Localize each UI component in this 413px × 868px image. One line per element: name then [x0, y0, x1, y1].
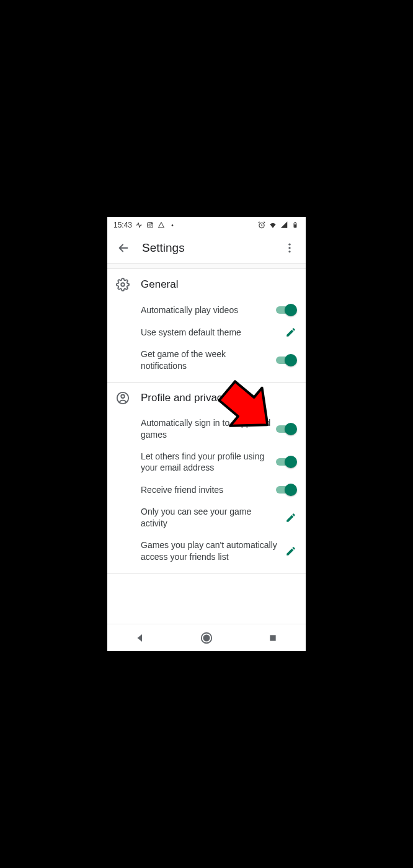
toggle-auto-signin[interactable] — [276, 423, 297, 435]
svg-rect-5 — [295, 223, 296, 223]
app-bar: Settings — [107, 233, 306, 263]
pencil-icon[interactable] — [285, 512, 297, 524]
toggle-find-email[interactable] — [276, 456, 297, 468]
svg-point-2 — [151, 223, 152, 224]
phone-frame: 15:43 • — [107, 217, 306, 651]
row-friend-invites[interactable]: Receive friend invites — [116, 479, 297, 501]
row-game-week[interactable]: Get game of the week notifications — [116, 343, 297, 377]
signal-icon — [280, 221, 288, 229]
svg-point-7 — [288, 244, 290, 246]
instagram-icon — [146, 221, 154, 229]
battery-icon — [291, 221, 300, 229]
row-friends-list[interactable]: Games you play can't automatically acces… — [116, 534, 297, 568]
svg-rect-6 — [295, 224, 296, 227]
section-header-general: General — [116, 278, 297, 291]
section-title: General — [141, 278, 178, 291]
gear-icon — [116, 278, 130, 291]
toggle-game-week[interactable] — [276, 354, 297, 366]
row-find-email[interactable]: Let others find your profile using your … — [116, 446, 297, 479]
pencil-icon[interactable] — [285, 545, 297, 557]
row-auto-signin[interactable]: Automatically sign in to supported games — [116, 412, 297, 446]
svg-rect-15 — [270, 635, 275, 640]
row-label: Automatically play videos — [141, 304, 276, 316]
triangle-icon — [157, 221, 166, 229]
row-auto-videos[interactable]: Automatically play videos — [116, 299, 297, 321]
more-menu-icon[interactable] — [282, 241, 297, 255]
row-label: Let others find your profile using your … — [141, 451, 276, 474]
content-area: General Automatically play videos Use sy… — [107, 269, 306, 624]
section-header-profile: Profile and privacy — [116, 391, 297, 405]
spacer — [107, 264, 306, 268]
status-time: 15:43 — [113, 221, 132, 229]
status-bar: 15:43 • — [107, 217, 306, 233]
svg-point-1 — [149, 224, 151, 226]
nav-recent-icon[interactable] — [266, 631, 280, 645]
svg-point-12 — [121, 394, 125, 398]
row-label: Games you play can't automatically acces… — [141, 539, 285, 563]
nav-home-icon[interactable] — [200, 631, 213, 645]
toggle-auto-videos[interactable] — [276, 304, 297, 316]
nav-back-icon[interactable] — [133, 631, 147, 645]
svg-point-10 — [121, 283, 125, 286]
svg-point-14 — [203, 635, 209, 640]
row-label: Use system default theme — [141, 327, 285, 339]
navigation-bar — [107, 624, 306, 651]
dot-icon: • — [168, 221, 177, 229]
section-profile: Profile and privacy Automatically sign i… — [107, 383, 306, 574]
section-title: Profile and privacy — [141, 392, 228, 404]
row-label: Receive friend invites — [141, 484, 276, 496]
row-game-activity[interactable]: Only you can see your game activity — [116, 501, 297, 534]
row-label: Only you can see your game activity — [141, 506, 285, 529]
row-system-theme[interactable]: Use system default theme — [116, 321, 297, 343]
toggle-friend-invites[interactable] — [276, 484, 297, 496]
alarm-icon — [257, 221, 266, 229]
person-icon — [116, 391, 130, 405]
row-label: Automatically sign in to supported games — [141, 417, 276, 441]
activity-icon — [135, 221, 143, 229]
pencil-icon[interactable] — [285, 326, 297, 339]
section-general: General Automatically play videos Use sy… — [107, 269, 306, 383]
page-title: Settings — [142, 241, 271, 255]
svg-point-9 — [288, 250, 290, 252]
svg-point-8 — [288, 247, 290, 249]
row-label: Get game of the week notifications — [141, 348, 276, 372]
wifi-icon — [269, 221, 277, 229]
back-arrow-icon[interactable] — [116, 241, 131, 255]
